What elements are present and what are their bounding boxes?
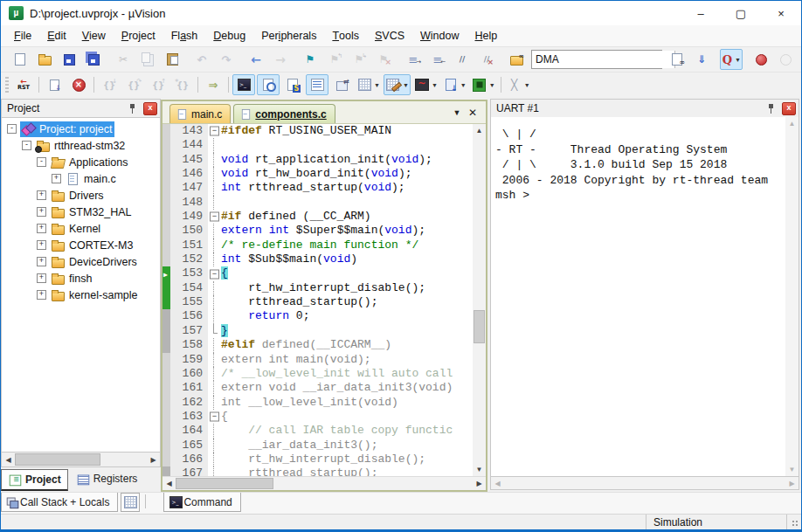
insert-bookmark-button[interactable] bbox=[299, 49, 321, 70]
collapse-icon[interactable]: - bbox=[37, 157, 46, 167]
disable-all-breakpoints-button[interactable] bbox=[799, 49, 802, 70]
memory-window-button[interactable]: ▼ bbox=[355, 74, 382, 95]
navigate-back-button[interactable] bbox=[245, 49, 267, 70]
step-out-button[interactable] bbox=[147, 74, 169, 95]
peripheral-dialog-button-dropdown-icon[interactable]: ▼ bbox=[489, 82, 495, 88]
find-dialog-button[interactable] bbox=[666, 49, 688, 70]
next-bookmark-button[interactable] bbox=[348, 49, 370, 70]
minimize-button[interactable]: – bbox=[681, 1, 721, 25]
code-editor[interactable]: 143#ifdef RT_USING_USER_MAIN144145void r… bbox=[162, 124, 473, 476]
incremental-find-button[interactable] bbox=[690, 49, 713, 70]
close-button[interactable]: × bbox=[761, 1, 801, 25]
editor-vertical-scrollbar[interactable]: ▲ ▼ bbox=[473, 124, 486, 476]
tree-item-main-c[interactable]: +main.c bbox=[2, 170, 160, 187]
serial-window-button[interactable] bbox=[306, 74, 328, 95]
menu-tools[interactable]: Tools bbox=[324, 25, 367, 46]
scroll-down-icon[interactable]: ▼ bbox=[785, 463, 799, 476]
scroll-left-icon[interactable]: ◀ bbox=[162, 477, 176, 490]
step-over-button[interactable] bbox=[122, 74, 145, 95]
cut-button[interactable] bbox=[112, 49, 135, 70]
uart-horizontal-scrollbar[interactable]: ◀ ▶ bbox=[490, 477, 799, 490]
open-file-button[interactable] bbox=[33, 49, 56, 70]
find-in-files-button[interactable] bbox=[505, 49, 528, 70]
insert-breakpoint-button[interactable] bbox=[750, 49, 772, 70]
tree-item-stm32-hal[interactable]: +STM32_HAL bbox=[2, 204, 160, 220]
expand-icon[interactable]: + bbox=[37, 290, 46, 300]
uart-terminal[interactable]: \ | / - RT - Thread Operating System / |… bbox=[491, 117, 785, 476]
tree-item-project-project[interactable]: -Project: project bbox=[2, 121, 160, 137]
enable-breakpoint-button[interactable] bbox=[774, 49, 797, 70]
navigate-forward-button[interactable] bbox=[269, 49, 292, 70]
copy-button[interactable] bbox=[136, 49, 159, 70]
resize-grip[interactable] bbox=[786, 515, 801, 529]
new-file-button[interactable] bbox=[9, 49, 31, 70]
tab-project[interactable]: Project bbox=[1, 469, 68, 491]
indent-button[interactable] bbox=[402, 49, 425, 70]
tree-item-kernel-sample[interactable]: +kernel-sample bbox=[2, 287, 160, 303]
editor-horizontal-scrollbar[interactable]: ◀ ▶ bbox=[162, 476, 486, 490]
stop-button[interactable] bbox=[67, 74, 90, 95]
watch-window-button-dropdown-icon[interactable]: ▼ bbox=[403, 82, 409, 88]
debug-toolbox-button-dropdown-icon[interactable]: ▼ bbox=[524, 82, 530, 88]
reset-button[interactable] bbox=[12, 74, 35, 95]
menu-peripherals[interactable]: Peripherals bbox=[253, 25, 324, 46]
pin-icon[interactable] bbox=[767, 104, 775, 114]
tree-item-kernel[interactable]: +Kernel bbox=[2, 220, 160, 237]
analysis-window-button[interactable] bbox=[330, 74, 353, 95]
comment-button[interactable] bbox=[451, 49, 474, 70]
scroll-left-icon[interactable]: ◀ bbox=[2, 453, 15, 466]
tree-item-devicedrivers[interactable]: +DeviceDrivers bbox=[2, 253, 160, 270]
scroll-right-icon[interactable]: ▶ bbox=[473, 477, 486, 490]
expand-icon[interactable]: + bbox=[37, 207, 46, 217]
scroll-up-icon[interactable]: ▲ bbox=[785, 117, 799, 130]
menu-debug[interactable]: Debug bbox=[205, 25, 253, 46]
expand-icon[interactable]: + bbox=[37, 224, 46, 233]
peripheral-dialog-button[interactable]: ▼ bbox=[470, 74, 497, 95]
menu-flash[interactable]: Flash bbox=[163, 25, 206, 46]
document-tab-main-c[interactable]: main.c bbox=[169, 104, 231, 123]
expand-icon[interactable]: + bbox=[37, 240, 46, 250]
uart-panel-close-icon[interactable]: x bbox=[782, 102, 796, 115]
uart-vertical-scrollbar[interactable]: ▲ ▼ bbox=[785, 117, 799, 476]
run-to-cursor-button[interactable] bbox=[171, 74, 194, 95]
menu-svcs[interactable]: SVCS bbox=[367, 25, 412, 46]
save-all-button[interactable] bbox=[82, 49, 105, 70]
menu-view[interactable]: View bbox=[74, 25, 114, 46]
outdent-button[interactable] bbox=[426, 49, 449, 70]
close-document-icon[interactable]: ✕ bbox=[465, 107, 481, 119]
menu-file[interactable]: File bbox=[6, 25, 39, 46]
tree-item-finsh[interactable]: +finsh bbox=[2, 270, 160, 287]
menu-edit[interactable]: Edit bbox=[39, 25, 74, 46]
scroll-down-icon[interactable]: ▼ bbox=[473, 463, 486, 476]
expand-icon[interactable]: + bbox=[52, 174, 61, 183]
document-tab-components-c[interactable]: components.c bbox=[233, 104, 335, 123]
command-tab[interactable]: Command bbox=[163, 493, 240, 512]
logic-analyzer-button-dropdown-icon[interactable]: ▼ bbox=[432, 82, 438, 88]
tree-item-drivers[interactable]: +Drivers bbox=[2, 187, 160, 204]
previous-bookmark-button[interactable] bbox=[323, 49, 346, 70]
undo-button[interactable] bbox=[190, 49, 213, 70]
quick-search-button-dropdown-icon[interactable]: ▼ bbox=[735, 57, 741, 63]
scroll-left-icon[interactable]: ◀ bbox=[491, 477, 504, 489]
tree-item-applications[interactable]: -Applications bbox=[2, 154, 160, 170]
project-panel-close-icon[interactable]: x bbox=[143, 102, 157, 115]
scroll-up-icon[interactable]: ▲ bbox=[473, 124, 486, 137]
menu-project[interactable]: Project bbox=[114, 25, 163, 46]
expand-icon[interactable]: + bbox=[37, 273, 46, 283]
search-combo[interactable]: ▼ bbox=[531, 50, 662, 69]
toolbar-grip[interactable] bbox=[5, 77, 9, 93]
menu-window[interactable]: Window bbox=[412, 25, 467, 46]
expand-icon[interactable]: + bbox=[37, 190, 46, 200]
search-combo-input[interactable] bbox=[532, 51, 674, 68]
command-window-button[interactable] bbox=[232, 74, 255, 95]
show-next-statement-button[interactable] bbox=[202, 74, 225, 95]
symbol-window-button[interactable] bbox=[281, 74, 304, 95]
quick-search-button[interactable]: ▼ bbox=[720, 49, 743, 70]
scroll-right-icon[interactable]: ▶ bbox=[147, 453, 160, 466]
watch-window-button[interactable]: ▼ bbox=[384, 74, 411, 95]
expand-icon[interactable]: + bbox=[37, 257, 46, 266]
memory-window-button-dropdown-icon[interactable]: ▼ bbox=[374, 82, 380, 88]
clear-bookmarks-button[interactable] bbox=[372, 49, 395, 70]
maximize-button[interactable]: ▢ bbox=[721, 1, 761, 25]
disassembly-window-button[interactable] bbox=[257, 74, 280, 95]
